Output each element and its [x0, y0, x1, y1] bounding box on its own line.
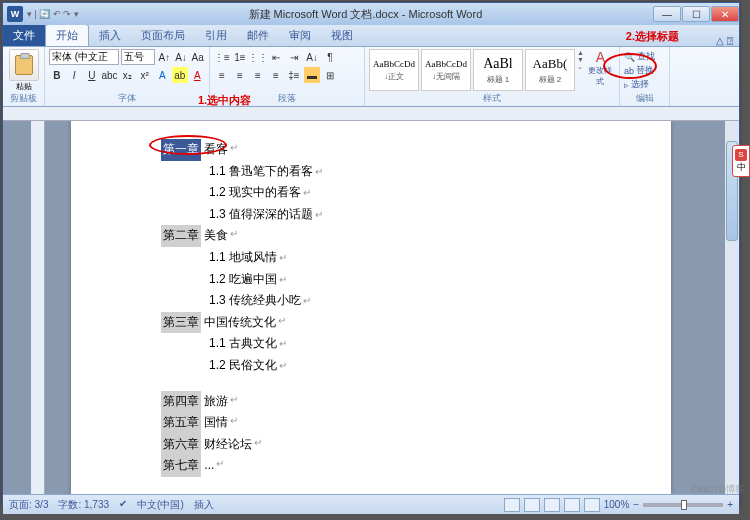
ime-icon: S — [735, 149, 747, 161]
tab-insert[interactable]: 插入 — [89, 25, 131, 46]
ruler-vertical — [31, 121, 45, 494]
align-right-button[interactable]: ≡ — [250, 67, 266, 83]
select-button[interactable]: ▹选择 — [624, 78, 665, 91]
chapter-1-heading[interactable]: 第一章 看客↵ — [161, 139, 581, 161]
status-proof-icon[interactable]: ✔ — [119, 498, 127, 512]
ime-label: 中 — [737, 161, 746, 174]
tab-home[interactable]: 开始 — [45, 24, 89, 46]
chapter-6-heading[interactable]: 第六章 财经论坛↵ — [161, 434, 581, 456]
group-editing: 🔍查找 ab替换 ▹选择 编辑 — [620, 47, 670, 106]
watermark: ©51CTO博客 — [691, 483, 744, 496]
italic-button[interactable]: I — [67, 67, 83, 83]
ime-float-panel[interactable]: S 中 — [732, 145, 750, 177]
find-button[interactable]: 🔍查找 — [624, 50, 665, 63]
zoom-slider[interactable] — [643, 503, 723, 507]
align-justify-button[interactable]: ≡ — [268, 67, 284, 83]
tab-review[interactable]: 审阅 — [279, 25, 321, 46]
align-left-button[interactable]: ≡ — [214, 67, 230, 83]
bold-button[interactable]: B — [49, 67, 65, 83]
list-item[interactable]: 1.2 吃遍中国↵ — [209, 269, 581, 291]
list-item[interactable]: 1.2 民俗文化↵ — [209, 355, 581, 377]
close-button[interactable]: ✕ — [711, 6, 739, 22]
show-marks-button[interactable]: ¶ — [322, 49, 338, 65]
statusbar: 页面: 3/3 字数: 1,733 ✔ 中文(中国) 插入 100% − + — [3, 494, 739, 514]
clear-format-button[interactable]: Aa — [190, 49, 205, 65]
chapter-7-heading[interactable]: 第七章 ...↵ — [161, 455, 581, 477]
tab-view[interactable]: 视图 — [321, 25, 363, 46]
list-item[interactable]: 1.1 古典文化↵ — [209, 333, 581, 355]
shrink-font-button[interactable]: A↓ — [174, 49, 189, 65]
zoom-out-button[interactable]: − — [633, 499, 639, 510]
tab-layout[interactable]: 页面布局 — [131, 25, 195, 46]
view-outline-button[interactable] — [564, 498, 580, 512]
indent-inc-button[interactable]: ⇥ — [286, 49, 302, 65]
ribbon-tabs: 文件 开始 插入 页面布局 引用 邮件 审阅 视图 △ ⍰ — [3, 25, 739, 47]
style-nospacing[interactable]: AaBbCcDd ↓无间隔 — [421, 49, 471, 91]
clipboard-group-label: 剪贴板 — [3, 92, 44, 105]
maximize-button[interactable]: ☐ — [682, 6, 710, 22]
font-group-label: 字体 — [45, 92, 209, 105]
list-item[interactable]: 1.2 现实中的看客↵ — [209, 182, 581, 204]
status-mode[interactable]: 插入 — [194, 498, 214, 512]
replace-icon: ab — [624, 66, 634, 76]
align-center-button[interactable]: ≡ — [232, 67, 248, 83]
editing-group-label: 编辑 — [620, 92, 669, 105]
status-words[interactable]: 字数: 1,733 — [58, 498, 109, 512]
chapter-4-heading[interactable]: 第四章 旅游↵ — [161, 391, 581, 413]
paragraph-group-label: 段落 — [210, 92, 364, 105]
sort-button[interactable]: A↓ — [304, 49, 320, 65]
search-icon: 🔍 — [624, 52, 635, 62]
zoom-in-button[interactable]: + — [727, 499, 733, 510]
multilevel-button[interactable]: ⋮⋮ — [250, 49, 266, 65]
line-spacing-button[interactable]: ‡≡ — [286, 67, 302, 83]
list-item[interactable]: 1.3 传统经典小吃↵ — [209, 290, 581, 312]
numbering-button[interactable]: 1≡ — [232, 49, 248, 65]
font-size-select[interactable] — [121, 49, 155, 65]
list-item[interactable]: 1.1 地域风情↵ — [209, 247, 581, 269]
font-name-select[interactable] — [49, 49, 119, 65]
list-item[interactable]: 1.3 值得深深的话题↵ — [209, 204, 581, 226]
strike-button[interactable]: abc — [102, 67, 118, 83]
styles-group-label: 样式 — [365, 92, 619, 105]
underline-button[interactable]: U — [84, 67, 100, 83]
replace-button[interactable]: ab替换 — [624, 64, 665, 77]
borders-button[interactable]: ⊞ — [322, 67, 338, 83]
style-heading2[interactable]: AaBb( 标题 2 — [525, 49, 575, 91]
highlight-button[interactable]: ab — [172, 67, 188, 83]
minimize-button[interactable]: — — [653, 6, 681, 22]
view-draft-button[interactable] — [584, 498, 600, 512]
shading-button[interactable]: ▬ — [304, 67, 320, 83]
font-color-button[interactable]: A — [190, 67, 206, 83]
group-font: A↑ A↓ Aa B I U abc x₂ x² A ab A 字体 — [45, 47, 210, 106]
chapter-3-heading[interactable]: 第三章 中国传统文化↵ — [161, 312, 581, 334]
bullets-button[interactable]: ⋮≡ — [214, 49, 230, 65]
document-area: 第一章 看客↵ 1.1 鲁迅笔下的看客↵ 1.2 现实中的看客↵ 1.3 值得深… — [3, 121, 739, 494]
view-print-button[interactable] — [504, 498, 520, 512]
tab-mailings[interactable]: 邮件 — [237, 25, 279, 46]
paste-button[interactable] — [9, 49, 39, 81]
superscript-button[interactable]: x² — [137, 67, 153, 83]
style-heading1[interactable]: AaBl 标题 1 — [473, 49, 523, 91]
subscript-button[interactable]: x₂ — [120, 67, 136, 83]
indent-dec-button[interactable]: ⇤ — [268, 49, 284, 65]
list-item[interactable]: 1.1 鲁迅笔下的看客↵ — [209, 161, 581, 183]
zoom-level[interactable]: 100% — [604, 499, 630, 510]
window-title: 新建 Microsoft Word 文档.docx - Microsoft Wo… — [79, 7, 652, 22]
tab-references[interactable]: 引用 — [195, 25, 237, 46]
zoom-slider-thumb[interactable] — [681, 500, 687, 510]
grow-font-button[interactable]: A↑ — [157, 49, 172, 65]
paste-label: 粘贴 — [16, 81, 32, 92]
text-effects-button[interactable]: A — [155, 67, 171, 83]
titlebar: W ▾ | 🔄 ↶ ↷ ▾ 新建 Microsoft Word 文档.docx … — [3, 3, 739, 25]
chapter-5-heading[interactable]: 第五章 国情↵ — [161, 412, 581, 434]
status-lang[interactable]: 中文(中国) — [137, 498, 184, 512]
view-fullscreen-button[interactable] — [524, 498, 540, 512]
group-clipboard: 粘贴 剪贴板 — [3, 47, 45, 106]
style-normal[interactable]: AaBbCcDd ↓正文 — [369, 49, 419, 91]
chapter-2-heading[interactable]: 第二章 美食↵ — [161, 225, 581, 247]
tab-file[interactable]: 文件 — [3, 25, 45, 46]
change-styles-button[interactable]: A 更改样式 — [586, 49, 615, 87]
view-web-button[interactable] — [544, 498, 560, 512]
page[interactable]: 第一章 看客↵ 1.1 鲁迅笔下的看客↵ 1.2 现实中的看客↵ 1.3 值得深… — [71, 121, 671, 494]
status-page[interactable]: 页面: 3/3 — [9, 498, 48, 512]
